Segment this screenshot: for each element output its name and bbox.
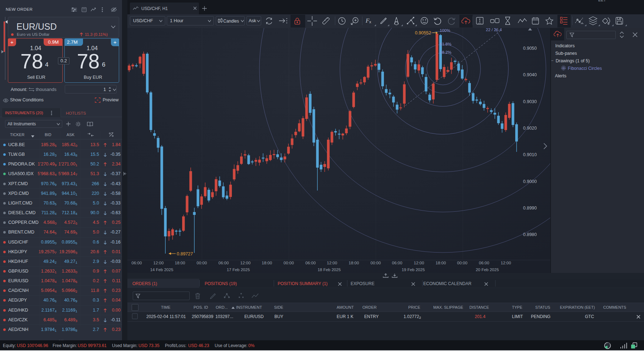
svg-text:12:00: 12:00 (414, 261, 424, 265)
svg-text:06:00: 06:00 (479, 261, 489, 265)
svg-text:12:00: 12:00 (240, 261, 251, 265)
svg-text:17 Feb 2025: 17 Feb 2025 (227, 268, 250, 272)
svg-text:22 / 26.4: 22 / 26.4 (486, 28, 502, 32)
svg-text:18:00: 18:00 (262, 261, 272, 265)
svg-text:18 Feb 2025: 18 Feb 2025 (318, 268, 341, 272)
svg-text:0.8990: 0.8990 (523, 206, 537, 211)
svg-text:06:00: 06:00 (219, 261, 229, 265)
svg-text:0.9030: 0.9030 (523, 99, 537, 104)
svg-text:0.9000: 0.9000 (523, 179, 537, 184)
svg-text:0.9020: 0.9020 (523, 126, 537, 131)
svg-text:0.9050: 0.9050 (523, 46, 537, 51)
svg-text:0.89727: 0.89727 (177, 251, 193, 256)
svg-text:0.90552: 0.90552 (415, 30, 431, 35)
svg-text:38.2%: 38.2% (440, 50, 452, 54)
svg-text:19 Feb 2025: 19 Feb 2025 (402, 268, 425, 272)
svg-text:61.8%: 61.8% (440, 42, 452, 46)
svg-text:0.9040: 0.9040 (523, 72, 537, 77)
svg-text:14 Feb 2025: 14 Feb 2025 (150, 268, 174, 272)
svg-text:18:00: 18:00 (349, 261, 359, 265)
svg-text:06:00: 06:00 (132, 261, 142, 265)
svg-text:06:00: 06:00 (306, 261, 316, 265)
svg-text:12:00: 12:00 (327, 261, 337, 265)
svg-text:12:00: 12:00 (501, 261, 511, 265)
svg-text:0.8980: 0.8980 (523, 232, 537, 237)
svg-text:00:00: 00:00 (284, 261, 294, 265)
svg-text:100%: 100% (440, 28, 450, 33)
svg-text:0.9010: 0.9010 (523, 152, 537, 157)
svg-text:00:00: 00:00 (457, 261, 468, 265)
svg-text:12:00: 12:00 (153, 261, 164, 265)
svg-text:00:00: 00:00 (197, 261, 207, 265)
svg-text:00:00: 00:00 (371, 261, 381, 265)
svg-text:06:00: 06:00 (392, 261, 402, 265)
svg-text:18:00: 18:00 (436, 261, 446, 265)
svg-text:18:00: 18:00 (175, 261, 185, 265)
svg-text:20 Feb 2025: 20 Feb 2025 (476, 268, 499, 272)
